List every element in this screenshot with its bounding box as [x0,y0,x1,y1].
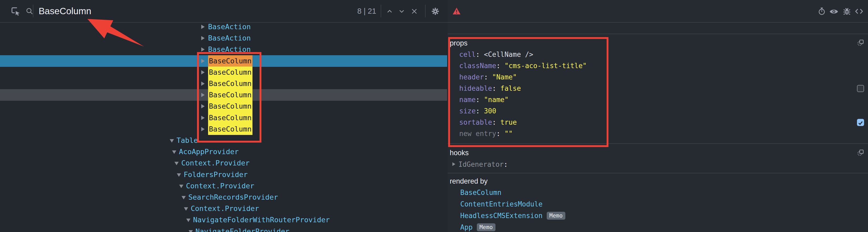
gear-icon[interactable] [431,7,440,16]
eye-icon[interactable] [829,8,839,16]
chevron-right-icon[interactable] [201,116,205,120]
prop-key: header [459,73,484,81]
tree-row-basecolumn[interactable]: BaseColumn [0,66,447,78]
component-name: NavigateFolderWithRouterProvider [193,214,330,226]
sortable-checkbox[interactable] [857,119,864,126]
rendered-by-app[interactable]: AppMemo [460,222,495,232]
prop-row-new-entry[interactable]: new entry: "" [459,128,513,139]
chevron-right-icon[interactable] [201,36,205,40]
prop-row-size[interactable]: size: 300 [459,106,496,117]
tree-row-context-provider[interactable]: Context.Provider [0,180,447,192]
prop-colon: : [496,62,504,70]
prop-value[interactable]: "cms-aco-list-title" [504,62,587,70]
inspector-subheader-divider [448,34,868,34]
inspect-element-icon[interactable] [10,6,21,16]
hideable-checkbox[interactable] [857,85,864,92]
tree-row-table[interactable]: Table [0,135,447,146]
tree-row-basecolumn[interactable]: BaseColumn [0,78,447,89]
chevron-right-icon[interactable] [201,59,205,63]
prop-colon: : [484,73,492,81]
close-icon[interactable] [410,7,418,15]
tree-row-basecolumn[interactable]: BaseColumn [0,55,447,67]
prop-row-name[interactable]: name: "name" [459,94,508,106]
prop-row-cell[interactable]: cell: <CellName /> [459,49,533,60]
rendered-by-contententriesmodule[interactable]: ContentEntriesModule [460,198,542,210]
chevron-down-icon[interactable] [184,207,188,211]
prop-key: new entry [459,130,496,138]
owner-name[interactable]: BaseColumn [460,188,501,197]
chevron-down-icon[interactable] [186,219,190,222]
hook-colon: : [504,161,508,168]
code-icon[interactable] [855,7,864,15]
component-name: BaseColumn [208,66,252,78]
prop-value[interactable]: false [500,84,521,92]
tree-row-foldersprovider[interactable]: FoldersProvider [0,169,447,180]
prop-value[interactable]: <CellName /> [484,51,533,58]
prop-value[interactable]: "" [504,130,513,138]
component-name: NavigateFolderProvider [195,226,289,232]
props-hooks-divider [448,143,868,144]
chevron-down-icon[interactable] [179,185,183,188]
owner-name[interactable]: HeadlessCMSExtension [460,212,542,220]
chevron-right-icon[interactable] [201,93,205,97]
chevron-down-icon[interactable] [182,196,186,199]
props-section-label: props [450,38,468,49]
prop-row-className[interactable]: className: "cms-aco-list-title" [459,60,587,71]
tree-row-baseaction[interactable]: BaseAction [0,21,447,33]
prop-value[interactable]: 300 [484,107,496,115]
tree-row-basecolumn[interactable]: BaseColumn [0,123,447,135]
prop-value[interactable]: true [500,118,517,126]
chevron-down-icon[interactable] [177,173,181,177]
tree-row-acoappprovider[interactable]: AcoAppProvider [0,146,447,157]
search-input[interactable]: BaseColumn [39,0,91,22]
tree-row-basecolumn[interactable]: BaseColumn [0,100,447,112]
chevron-right-icon[interactable] [201,104,205,108]
copy-hooks-icon[interactable] [857,149,864,156]
chevron-up-icon[interactable] [386,7,394,15]
chevron-down-icon[interactable] [189,230,193,232]
chevron-down-icon[interactable] [175,162,179,165]
rendered-by-basecolumn[interactable]: BaseColumn [460,187,501,198]
prop-key: hideable [459,84,492,92]
prop-row-header[interactable]: header: "Name" [459,71,517,83]
chevron-right-icon[interactable] [201,25,205,29]
component-name: AcoAppProvider [179,146,239,157]
tree-row-context-provider[interactable]: Context.Provider [0,203,447,214]
prop-row-sortable[interactable]: sortable: true [459,117,517,128]
stopwatch-icon[interactable] [817,7,826,16]
prop-row-hideable[interactable]: hideable: false [459,83,521,94]
component-name: BaseColumn [208,55,252,67]
rendered-by-headlesscmsextension[interactable]: HeadlessCMSExtensionMemo [460,210,565,222]
prop-key: cell [459,51,476,58]
tree-row-baseaction[interactable]: BaseAction [0,32,447,44]
chevron-right-icon[interactable] [201,47,205,52]
hook-name: IdGenerator [459,161,504,168]
tree-toolbar: BaseColumn 8 | 21 [0,0,447,22]
chevron-down-icon[interactable] [398,7,406,15]
chevron-right-icon[interactable] [201,127,205,131]
copy-props-icon[interactable] [857,39,864,46]
chevron-down-icon[interactable] [172,150,176,154]
component-name: SearchRecordsProvider [188,192,278,203]
tree-row-baseaction[interactable]: BaseAction [0,44,447,55]
tree-row-context-provider[interactable]: Context.Provider [0,157,447,169]
chevron-right-icon[interactable] [201,70,205,75]
memo-badge: Memo [547,212,565,220]
chevron-right-icon[interactable] [453,162,455,166]
bug-icon[interactable] [842,7,851,16]
prop-value[interactable]: "Name" [492,73,517,81]
prop-value[interactable]: "name" [484,96,508,104]
owner-name[interactable]: App [460,223,473,231]
prop-colon: : [496,130,504,138]
owner-name[interactable]: ContentEntriesModule [460,200,542,208]
tree-row-basecolumn[interactable]: BaseColumn [0,89,447,101]
hook-item-idgenerator[interactable]: IdGenerator: [459,159,508,170]
component-name: BaseAction [208,32,251,44]
tree-row-navigatefolderprovider[interactable]: NavigateFolderProvider [0,226,447,232]
tree-row-basecolumn[interactable]: BaseColumn [0,112,447,124]
component-name: FoldersProvider [184,169,248,180]
chevron-right-icon[interactable] [201,82,205,86]
tree-row-searchrecordsprovider[interactable]: SearchRecordsProvider [0,192,447,203]
chevron-down-icon[interactable] [170,139,174,143]
tree-row-navigatefolderwithrouterprovider[interactable]: NavigateFolderWithRouterProvider [0,214,447,226]
